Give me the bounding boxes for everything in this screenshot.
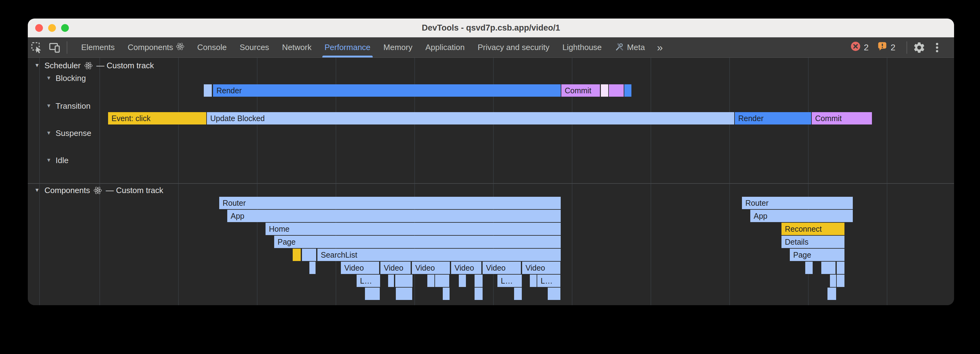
flame-bar[interactable] [624, 85, 632, 97]
collapse-triangle-icon[interactable]: ▼ [45, 157, 52, 163]
flame-bar[interactable] [435, 274, 449, 287]
flame-bar[interactable] [396, 288, 412, 300]
flame-bar[interactable] [805, 262, 813, 274]
flame-bar-commit[interactable]: Commit [812, 112, 872, 124]
flame-bar-l[interactable]: L… [356, 274, 380, 287]
flame-bar-update-blocked[interactable]: Update Blocked [207, 112, 734, 124]
flame-bar-l[interactable]: L… [537, 274, 560, 287]
flame-bar[interactable] [204, 85, 212, 97]
flame-bar-video[interactable]: Video [341, 262, 379, 274]
flame-bar[interactable] [474, 288, 483, 300]
lane-label-idle[interactable]: ▼Idle [45, 155, 68, 165]
flame-bar[interactable] [309, 262, 315, 274]
flame-bar-app[interactable]: App [750, 210, 853, 222]
flame-bar[interactable] [365, 288, 380, 300]
lane-name: Blocking [56, 73, 86, 83]
flame-bar[interactable] [530, 274, 537, 287]
react-icon [94, 186, 102, 195]
tab-memory[interactable]: Memory [377, 37, 419, 57]
track-header-scheduler[interactable]: ▼Scheduler— Custom track [33, 60, 154, 71]
flame-bar-router[interactable]: Router [742, 197, 853, 209]
tab-sources[interactable]: Sources [233, 37, 275, 57]
warning-count: 2 [891, 43, 896, 53]
flame-bar-render[interactable]: Render [735, 112, 811, 124]
react-icon [176, 42, 185, 53]
toolbar-divider [67, 41, 67, 54]
flame-bar[interactable] [427, 274, 434, 287]
flame-bar[interactable] [395, 274, 412, 287]
flame-bar-video[interactable]: Video [380, 262, 410, 274]
console-errors-button[interactable]: 2 [850, 41, 869, 54]
tab-label: Privacy and security [478, 43, 550, 52]
flame-bar-home[interactable]: Home [266, 223, 561, 235]
tab-application[interactable]: Application [419, 37, 471, 57]
tab-console[interactable]: Console [191, 37, 233, 57]
tab-elements[interactable]: Elements [75, 37, 121, 57]
flame-bar[interactable] [459, 274, 466, 287]
toolbar-divider [907, 41, 907, 54]
flame-bar-router[interactable]: Router [219, 197, 561, 209]
device-toolbar-icon[interactable] [46, 38, 64, 57]
error-count: 2 [864, 43, 869, 53]
collapse-triangle-icon[interactable]: ▼ [45, 75, 52, 81]
flame-bar-video[interactable]: Video [451, 262, 481, 274]
tools-icon [615, 42, 624, 53]
flame-bar[interactable] [827, 288, 836, 300]
flame-bar-video[interactable]: Video [522, 262, 560, 274]
flame-bar[interactable] [302, 249, 316, 261]
tab-network[interactable]: Network [276, 37, 318, 57]
flame-bar-page[interactable]: Page [274, 236, 561, 248]
flame-bar[interactable] [609, 85, 624, 97]
tab-label: Application [425, 43, 465, 52]
flame-bar[interactable] [837, 262, 845, 274]
flame-bar-event-click[interactable]: Event: click [108, 112, 206, 124]
inspect-element-icon[interactable] [28, 38, 46, 57]
performance-flame-chart[interactable]: ▼Scheduler— Custom track▼BlockingRenderC… [28, 58, 954, 305]
flame-bar[interactable] [821, 262, 835, 274]
track-header-components[interactable]: ▼Components— Custom track [33, 185, 163, 196]
settings-gear-icon[interactable] [910, 38, 928, 57]
flame-bar-commit[interactable]: Commit [561, 85, 600, 97]
collapse-triangle-icon[interactable]: ▼ [33, 187, 41, 193]
flame-bar-app[interactable]: App [227, 210, 561, 222]
window-title: DevTools - qsvd7p.csb.app/video/1 [28, 19, 954, 37]
flame-bar[interactable] [830, 274, 836, 287]
flame-bar[interactable] [601, 85, 608, 97]
flame-bar-details[interactable]: Details [781, 236, 845, 248]
flame-bar[interactable] [443, 288, 450, 300]
tab-label: Elements [81, 43, 115, 52]
flame-bar-reconnect[interactable]: Reconnect [781, 223, 845, 235]
flame-bar-l[interactable]: L… [497, 274, 522, 287]
flame-bar[interactable] [293, 249, 301, 261]
collapse-triangle-icon[interactable]: ▼ [45, 103, 52, 109]
console-warnings-button[interactable]: 2 [877, 41, 896, 54]
flame-bar[interactable] [837, 274, 845, 287]
tab-lighthouse[interactable]: Lighthouse [556, 37, 608, 57]
tab-meta[interactable]: Meta [608, 37, 651, 57]
flame-bar-render[interactable]: Render [213, 85, 561, 97]
flame-bar[interactable] [474, 274, 483, 287]
lane-label-transition[interactable]: ▼Transition [45, 101, 91, 111]
tab-privacy-and-security[interactable]: Privacy and security [471, 37, 556, 57]
tab-performance[interactable]: Performance [318, 37, 377, 57]
collapse-triangle-icon[interactable]: ▼ [45, 130, 52, 136]
tab-components[interactable]: Components [121, 37, 191, 57]
flame-bar[interactable] [548, 288, 560, 300]
flame-bar-video[interactable]: Video [483, 262, 521, 274]
devtools-toolbar: ElementsComponentsConsoleSourcesNetworkP… [28, 37, 954, 58]
tab-label: Meta [627, 43, 645, 52]
window-titlebar: DevTools - qsvd7p.csb.app/video/1 [28, 19, 954, 37]
lane-name: Suspense [56, 129, 91, 138]
flame-bar[interactable] [388, 274, 394, 287]
flame-bar[interactable] [514, 288, 522, 300]
panel-tabs: ElementsComponentsConsoleSourcesNetworkP… [75, 37, 651, 57]
lane-label-suspense[interactable]: ▼Suspense [45, 128, 91, 138]
more-tabs-button[interactable]: » [651, 41, 669, 53]
track-suffix: — Custom track [96, 61, 154, 70]
lane-label-blocking[interactable]: ▼Blocking [45, 73, 86, 83]
collapse-triangle-icon[interactable]: ▼ [33, 62, 41, 69]
flame-bar-searchlist[interactable]: SearchList [317, 249, 561, 261]
flame-bar-video[interactable]: Video [412, 262, 450, 274]
flame-bar-page[interactable]: Page [790, 249, 845, 261]
more-options-kebab-icon[interactable] [928, 38, 946, 57]
